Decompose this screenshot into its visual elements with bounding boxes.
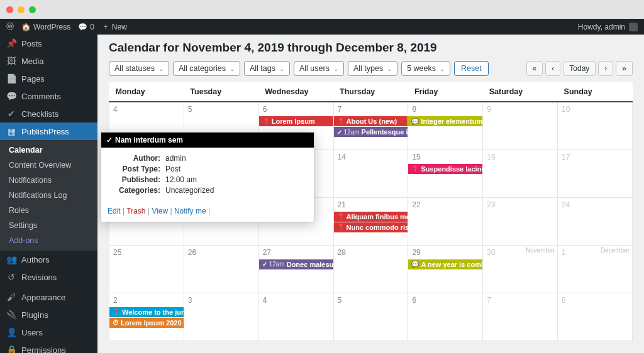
sidebar-item-checklists[interactable]: ✔Checklists [0,105,97,122]
trash-link[interactable]: Trash [126,207,145,215]
site-link[interactable]: 🏠 WordPress [21,23,70,31]
page-title: Calendar for November 4, 2019 through De… [109,41,633,55]
howdy-link[interactable]: Howdy, admin [578,23,638,31]
filter-weeks[interactable]: 5 weeks⌄ [401,61,450,76]
calendar-event[interactable]: 💬Integer elementum ele... [408,116,482,126]
view-link[interactable]: View [152,207,168,215]
calendar-cell[interactable]: 26 [184,245,258,293]
calendar-cell[interactable]: 15📍Suspendisse lacinia enim [408,149,483,197]
calendar-event[interactable]: 💬A new year is coming! [408,259,482,269]
calendar-cell[interactable]: 10 [558,102,633,149]
calendar-event[interactable]: 📍Nunc commodo risus c... [334,222,408,232]
sidebar-item-posts[interactable]: 📌Posts [0,35,97,52]
month-label: December [601,247,630,254]
filter-users[interactable]: All users⌄ [294,61,344,76]
nav-next-button[interactable]: › [598,61,613,76]
calendar-cell[interactable]: 24 [558,197,633,245]
sidebar-item-publishpress[interactable]: ▦ PublishPress [0,122,97,140]
filter-types[interactable]: All types⌄ [348,61,397,76]
calendar-event[interactable]: 📍Lorem Ipsum [259,116,333,126]
avatar-icon [629,23,638,31]
sidebar-item-label: PublishPress [21,127,69,136]
calendar-cell[interactable]: 25 [109,245,184,293]
nav-today-button[interactable]: Today [563,61,596,76]
calendar-event[interactable]: 📍About Us (new) [334,116,408,126]
filter-tags[interactable]: All tags⌄ [244,61,290,76]
calendar-cell[interactable]: 28 [333,245,408,293]
submenu-add-ons[interactable]: Add-ons [0,233,97,248]
calendar-cell[interactable]: 6 [408,293,483,340]
day-number: 17 [558,150,632,164]
event-icon: 💬 [411,261,419,268]
calendar-cell[interactable]: 1December [558,245,633,293]
event-title: Lorem Ipsum 2020 [121,319,182,327]
reset-button[interactable]: Reset [454,61,489,76]
submenu-notifications[interactable]: Notifications [0,173,97,188]
calendar-cell[interactable]: 2📍Welcome to the jungle!⏱Lorem Ipsum 202… [109,293,184,340]
day-number: 24 [558,198,632,212]
event-icon: 📍 [113,308,120,315]
sidebar-item-media[interactable]: 🖼Media [0,52,97,70]
calendar-cell[interactable]: 7📍About Us (new)✓12amPellentesque in a..… [333,102,408,149]
calendar-cell[interactable]: 27✓12amDonec malesuada [258,245,333,293]
calendar-cell[interactable]: 4 [258,293,333,340]
calendar-cell[interactable]: 17 [558,149,633,197]
calendar-event[interactable]: ✓12amPellentesque in a... [334,127,408,137]
popup-field-value: admin [165,154,186,163]
sidebar-item-label: Media [21,57,43,66]
calendar-cell[interactable]: 23 [483,197,558,245]
sidebar-item-revisions[interactable]: ↺Revisions [0,268,97,286]
edit-link[interactable]: Edit [108,207,121,215]
filter-categories[interactable]: All categories⌄ [173,61,240,76]
calendar-cell[interactable]: 9 [483,102,558,149]
close-window-icon[interactable] [6,6,13,13]
submenu-notifications-log[interactable]: Notifications Log [0,188,97,203]
calendar-cell[interactable]: 3 [184,293,258,340]
calendar-event[interactable]: 📍Suspendisse lacinia enim [408,164,482,174]
calendar-event[interactable]: ✓12amDonec malesuada [259,259,333,269]
calendar-cell[interactable]: 30November [483,245,558,293]
sidebar-item-users[interactable]: 👤Users [0,323,97,341]
calendar-cell[interactable]: 29💬A new year is coming! [408,245,483,293]
event-icon: ⏱ [113,319,119,326]
submenu-settings[interactable]: Settings [0,218,97,233]
sidebar-item-plugins[interactable]: 🔌Plugins [0,306,97,323]
calendar-cell[interactable]: 22 [408,197,483,245]
calendar-event[interactable]: 📍Aliquam finibus metus [334,212,408,222]
sidebar-item-permissions[interactable]: 🔒Permissions [0,341,97,353]
sidebar-item-authors[interactable]: 👥Authors [0,251,97,268]
day-number: 5 [184,102,258,116]
nav-first-button[interactable]: « [526,61,543,76]
notify-link[interactable]: Notify me [174,207,206,215]
sidebar-item-label: Appearance [21,293,65,302]
calendar-event[interactable]: 📍Welcome to the jungle! [109,307,184,317]
sidebar-item-comments[interactable]: 💬Comments [0,87,97,105]
filter-statuses[interactable]: All statuses⌄ [109,61,169,76]
menu-icon: 🔌 [6,310,16,320]
calendar-cell[interactable]: 8💬Integer elementum ele... [408,102,483,149]
calendar-cell[interactable]: 14 [333,149,408,197]
new-content-link[interactable]: ＋ New [102,21,127,32]
wp-logo-icon[interactable]: ⓦ [6,21,14,32]
day-number: 21 [334,198,408,212]
calendar-cell[interactable]: 16 [483,149,558,197]
nav-last-button[interactable]: » [616,61,633,76]
submenu-roles[interactable]: Roles [0,203,97,218]
calendar-cell[interactable]: 21📍Aliquam finibus metus📍Nunc commodo ri… [333,197,408,245]
calendar-cell[interactable]: 8 [558,293,633,340]
minimize-window-icon[interactable] [18,6,25,13]
submenu-content-overview[interactable]: Content Overview [0,158,97,173]
submenu-calendar[interactable]: Calendar [0,143,97,158]
calendar-event[interactable]: ⏱Lorem Ipsum 2020 [109,318,184,328]
sidebar-item-appearance[interactable]: 🖌Appearance [0,288,97,306]
sidebar-item-pages[interactable]: 📄Pages [0,70,97,87]
nav-prev-button[interactable]: ‹ [545,61,560,76]
day-number: 16 [483,150,557,164]
calendar-cell[interactable]: 7 [483,293,558,340]
event-title: Lorem Ipsum [272,117,315,125]
comments-link[interactable]: 💬 0 [78,23,94,31]
day-number: 28 [334,246,408,259]
maximize-window-icon[interactable] [29,6,36,13]
day-number: 29 [408,246,482,259]
calendar-cell[interactable]: 5 [333,293,408,340]
